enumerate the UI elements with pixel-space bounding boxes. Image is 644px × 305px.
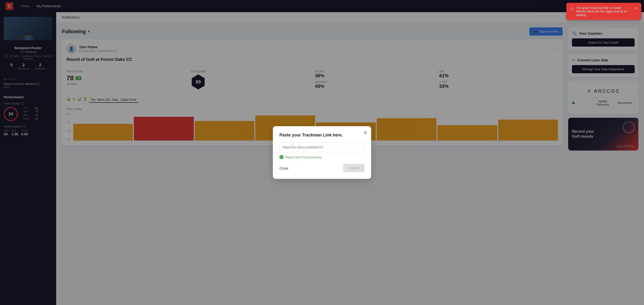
modal-success-message: ✓ Report sent for processing	[280, 155, 364, 159]
modal-footer: Close Submit	[280, 164, 364, 172]
modal-close-x[interactable]: ✕	[364, 130, 368, 136]
warning-icon: ⚠	[570, 6, 574, 11]
trackman-modal: Paste your Trackman Link here. ✕ ✓ Repor…	[273, 126, 371, 179]
error-toast: ⚠ The given trackman link is invalid. Pl…	[566, 3, 641, 20]
success-text: Report sent for processing	[286, 156, 321, 159]
success-check-icon: ✓	[280, 155, 284, 159]
toast-message: The given trackman link is invalid. Plea…	[576, 6, 630, 16]
modal-overlay[interactable]: Paste your Trackman Link here. ✕ ✓ Repor…	[0, 0, 644, 305]
trackman-link-input[interactable]	[280, 142, 364, 152]
modal-close-button[interactable]: Close	[280, 166, 288, 170]
toast-close[interactable]: ×	[634, 6, 637, 10]
modal-title: Paste your Trackman Link here.	[280, 133, 364, 138]
modal-submit-button: Submit	[343, 164, 364, 172]
